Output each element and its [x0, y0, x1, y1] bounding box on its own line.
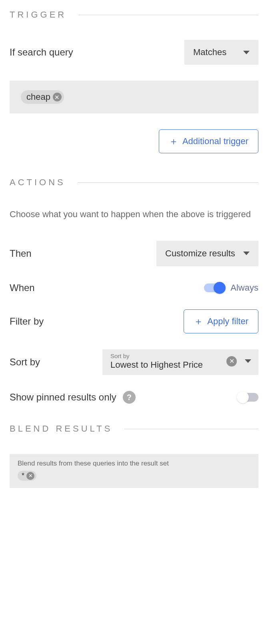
sort-by-label: Sort by — [10, 357, 40, 368]
filter-by-row: Filter by ＋ Apply filter — [10, 309, 258, 333]
sort-field-mini-label: Sort by — [110, 353, 218, 359]
then-row: Then Customize results — [10, 241, 258, 266]
close-icon[interactable]: ✕ — [53, 93, 62, 101]
blend-description: Blend results from these queries into th… — [18, 460, 250, 468]
plus-icon: ＋ — [169, 137, 178, 146]
then-label: Then — [10, 248, 32, 259]
toggle-knob — [237, 391, 249, 403]
chevron-down-icon — [243, 51, 250, 54]
additional-trigger-button[interactable]: ＋ Additional trigger — [159, 129, 258, 153]
when-toggle-label: Always — [230, 283, 258, 293]
blend-tag-text: * — [22, 472, 24, 480]
blend-section-header: BLEND RESULTS — [10, 424, 258, 434]
sort-by-select[interactable]: Sort by Lowest to Highest Price ✕ — [102, 349, 258, 375]
trigger-section-header: TRIGGER — [10, 10, 258, 20]
then-select-text: Customize results — [165, 248, 235, 259]
pinned-label: Show pinned results only — [10, 391, 116, 403]
additional-trigger-label: Additional trigger — [182, 136, 248, 147]
condition-label: If search query — [10, 47, 73, 58]
divider — [78, 182, 258, 183]
matches-select[interactable]: Matches — [184, 40, 258, 65]
blend-query-tag: * ✕ — [18, 471, 36, 481]
blend-input-area[interactable]: Blend results from these queries into th… — [10, 454, 258, 488]
apply-filter-label: Apply filter — [207, 316, 248, 327]
matches-select-text: Matches — [193, 47, 226, 57]
plus-icon: ＋ — [194, 317, 203, 326]
trigger-query-tag: cheap ✕ — [21, 90, 64, 104]
chevron-down-icon — [245, 359, 251, 363]
when-toggle[interactable] — [204, 283, 225, 292]
actions-section-header: ACTIONS — [10, 177, 258, 188]
then-select[interactable]: Customize results — [156, 241, 258, 266]
apply-filter-button[interactable]: ＋ Apply filter — [184, 309, 258, 333]
help-icon[interactable]: ? — [123, 391, 136, 404]
trigger-title: TRIGGER — [10, 10, 66, 20]
sort-by-value: Lowest to Highest Price — [110, 359, 218, 371]
divider — [124, 429, 258, 429]
toggle-knob — [214, 282, 226, 294]
divider — [78, 15, 258, 15]
tag-text: cheap — [26, 92, 50, 102]
when-label: When — [10, 282, 35, 293]
when-row: When Always — [10, 282, 258, 293]
actions-description: Choose what you want to happen when the … — [10, 208, 258, 221]
close-icon[interactable]: ✕ — [226, 356, 237, 367]
sort-by-row: Sort by Sort by Lowest to Highest Price … — [10, 349, 258, 375]
pinned-toggle[interactable] — [238, 393, 258, 402]
trigger-tag-input[interactable]: cheap ✕ — [10, 81, 258, 113]
close-icon[interactable]: ✕ — [26, 472, 34, 480]
filter-by-label: Filter by — [10, 316, 44, 327]
blend-title: BLEND RESULTS — [10, 424, 112, 434]
pinned-row: Show pinned results only ? — [10, 391, 258, 404]
if-search-query-row: If search query Matches — [10, 40, 258, 65]
actions-title: ACTIONS — [10, 177, 66, 188]
chevron-down-icon — [243, 252, 250, 255]
